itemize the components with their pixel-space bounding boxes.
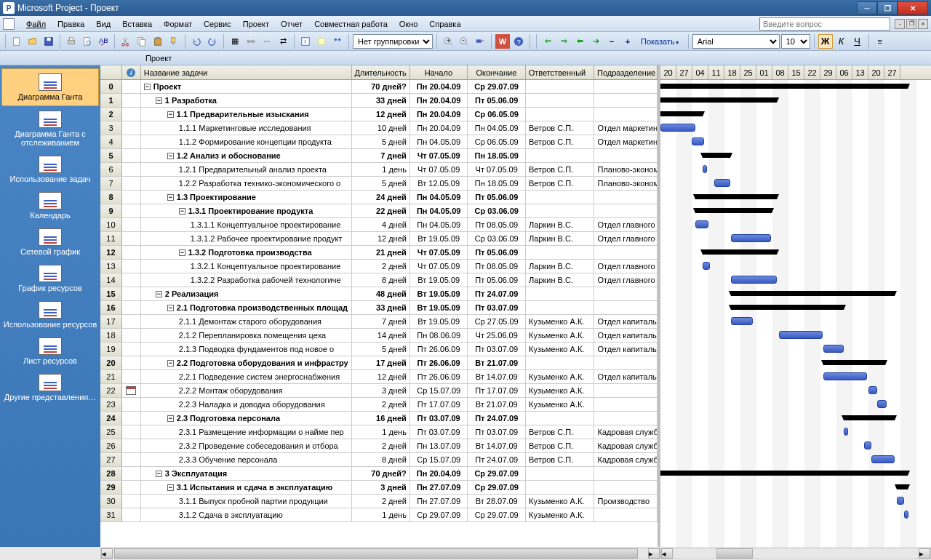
row-number[interactable]: 14 (100, 273, 122, 287)
gantt-row[interactable] (660, 467, 931, 481)
expand-button[interactable]: + (620, 34, 635, 49)
open-button[interactable] (25, 34, 40, 49)
new-button[interactable] (9, 34, 24, 49)
gantt-row[interactable] (660, 149, 931, 163)
outline-toggle[interactable]: − (167, 153, 174, 159)
format-painter-button[interactable] (167, 34, 181, 49)
cell-start[interactable]: Ср 15.07.09 (410, 384, 468, 397)
table-row[interactable]: 61.2.1 Предварительный анализ проекта1 д… (100, 163, 658, 177)
row-number[interactable]: 25 (100, 425, 122, 439)
cell-end[interactable]: Вт 21.07.09 (468, 398, 526, 411)
cell-start[interactable]: Чт 07.05.09 (410, 149, 468, 162)
scroll-left-button[interactable]: ◂ (661, 548, 673, 559)
cell-info[interactable] (122, 204, 141, 217)
cell-start[interactable]: Пн 04.05.09 (410, 204, 468, 217)
cell-start[interactable]: Пт 03.07.09 (410, 425, 468, 439)
gantt-row[interactable] (660, 80, 931, 94)
cell-resp[interactable]: Ветров С.П. (526, 163, 594, 176)
gantt-row[interactable] (660, 384, 931, 398)
goto-task-button[interactable] (473, 34, 487, 49)
cell-info[interactable] (122, 453, 141, 466)
table-row[interactable]: 28−3 Эксплуатация70 дней?Пн 20.04.09Ср 2… (100, 467, 658, 481)
cell-start[interactable]: Пн 20.04.09 (410, 80, 468, 93)
link-button[interactable] (244, 34, 258, 49)
cell-duration[interactable]: 17 дней (352, 356, 410, 369)
cell-start[interactable]: Пн 27.07.09 (410, 495, 468, 508)
cell-dept[interactable]: Отдел капитальн (594, 343, 658, 356)
row-number[interactable]: 20 (100, 356, 122, 369)
spellcheck-button[interactable]: ABC (96, 34, 111, 49)
cell-duration[interactable]: 2 дней (352, 495, 410, 508)
cell-name[interactable]: −3 Эксплуатация (141, 467, 352, 480)
cell-info[interactable] (122, 149, 141, 162)
gantt-row[interactable] (660, 246, 931, 260)
cell-resp[interactable] (526, 191, 594, 204)
cell-start[interactable]: Пт 17.07.09 (410, 398, 468, 411)
cell-start[interactable]: Вт 19.05.09 (410, 287, 468, 300)
cell-duration[interactable]: 33 дней (352, 301, 410, 314)
gantt-task-bar[interactable] (660, 124, 695, 132)
cell-resp[interactable]: Ветров С.П. (526, 121, 594, 135)
outline-toggle[interactable]: − (179, 249, 185, 256)
gantt-summary-bar[interactable] (844, 415, 895, 420)
cell-end[interactable]: Пт 24.07.09 (468, 412, 526, 425)
table-row[interactable]: 2−1.1 Предварительные изыскания12 днейПн… (100, 108, 658, 121)
gantt-summary-bar[interactable] (660, 97, 777, 103)
row-number[interactable]: 1 (100, 94, 122, 107)
cell-dept[interactable]: Отдел главного (594, 260, 658, 273)
gantt-task-bar[interactable] (714, 179, 730, 187)
cell-start[interactable]: Пн 27.07.09 (410, 481, 468, 494)
cell-info[interactable] (122, 121, 141, 135)
cell-info[interactable] (122, 370, 141, 383)
table-row[interactable]: 71.2.2 Разработка технико-экономического… (100, 177, 658, 191)
row-number[interactable]: 19 (100, 343, 122, 356)
table-row[interactable]: 12−1.3.2 Подготовка производства21 днейЧ… (100, 246, 658, 260)
cell-name[interactable]: 1.1.2 Формирование концепции продукта (141, 135, 353, 148)
menu-insert[interactable]: Вставка (116, 17, 158, 31)
cell-name[interactable]: −1.2 Анализ и обоснование (141, 149, 353, 162)
cell-start[interactable]: Пт 03.07.09 (410, 412, 468, 425)
cell-duration[interactable]: 3 дней (352, 384, 410, 397)
underline-button[interactable]: Ч (850, 34, 865, 49)
nav-back-button[interactable]: ⇐ (540, 34, 555, 49)
cell-dept[interactable]: Кадровая служб (594, 425, 658, 439)
gantt-summary-bar[interactable] (660, 471, 908, 476)
cell-resp[interactable]: Ларкин В.С. (526, 273, 594, 287)
cell-name[interactable]: −1.3 Проектирование (141, 191, 353, 204)
cell-end[interactable]: Пт 05.06.09 (468, 191, 526, 204)
assign-resources-button[interactable] (330, 34, 345, 49)
cell-resp[interactable]: Ветров С.П. (526, 439, 594, 452)
sidebar-item-0[interactable]: Диаграмма Ганта (1, 68, 99, 106)
table-row[interactable]: 8−1.3 Проектирование24 днейПн 04.05.09Пт… (100, 191, 658, 204)
row-number[interactable]: 5 (100, 149, 122, 162)
cell-dept[interactable]: Отдел главного (594, 273, 658, 287)
cell-info[interactable] (122, 412, 141, 425)
row-number[interactable]: 24 (100, 412, 122, 425)
gantt-row[interactable] (660, 135, 931, 149)
cell-duration[interactable]: 70 дней? (352, 467, 410, 480)
cell-end[interactable]: Ср 03.06.09 (468, 232, 526, 245)
menu-file[interactable]: Файл (20, 17, 52, 31)
table-row[interactable]: 272.3.3 Обучение персонала8 днейСр 15.07… (100, 453, 658, 467)
cell-duration[interactable]: 12 дней (352, 108, 410, 121)
outline-toggle[interactable]: − (167, 305, 174, 311)
cell-duration[interactable]: 1 день (352, 425, 410, 439)
zoom-out-button[interactable]: - (457, 34, 471, 49)
table-row[interactable]: 111.3.1.2 Рабочее проектирование продукт… (100, 232, 658, 246)
cell-dept[interactable]: Планово-эконом (594, 163, 658, 176)
cell-start[interactable]: Пн 08.06.09 (410, 329, 468, 342)
task-info-button[interactable]: i (298, 34, 313, 49)
align-left-button[interactable]: ≡ (873, 34, 887, 49)
print-button[interactable] (64, 34, 79, 49)
col-responsible[interactable]: Ответственный (526, 65, 594, 79)
cell-start[interactable]: Пн 04.05.09 (410, 191, 468, 204)
gantt-row[interactable] (660, 121, 931, 135)
gantt-row[interactable] (660, 287, 931, 301)
col-name[interactable]: Название задачи (141, 65, 352, 79)
cell-name[interactable]: −2 Реализация (141, 287, 352, 300)
cell-resp[interactable] (526, 108, 594, 121)
row-number[interactable]: 13 (100, 260, 122, 273)
cell-start[interactable]: Чт 07.05.09 (410, 163, 468, 176)
cell-duration[interactable]: 5 дней (352, 343, 410, 356)
unlink-button[interactable] (260, 34, 274, 49)
